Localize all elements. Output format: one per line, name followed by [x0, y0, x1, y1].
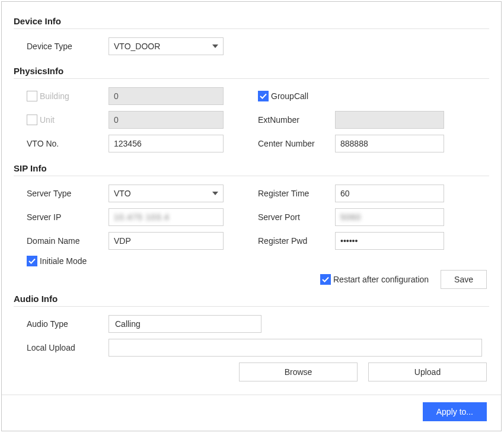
vto-no-label: VTO No.: [27, 139, 109, 148]
domain-name-input[interactable]: [109, 232, 224, 250]
register-pwd-label: Register Pwd: [258, 236, 335, 246]
unit-checkbox[interactable]: [27, 115, 37, 125]
vto-no-input[interactable]: [109, 135, 224, 152]
device-type-select[interactable]: VTO_DOOR: [109, 37, 224, 55]
groupcall-checkbox[interactable]: [258, 91, 269, 101]
server-type-select[interactable]: VTO: [109, 185, 224, 202]
initiale-mode-checkbox[interactable]: [27, 256, 37, 266]
audio-type-label: Audio Type: [27, 319, 109, 329]
server-port-value: 5060: [340, 212, 361, 222]
extnumber-label: ExtNumber: [258, 115, 335, 125]
server-ip-label: Server IP: [27, 212, 109, 222]
domain-name-label: Domain Name: [27, 236, 109, 246]
register-time-label: Register Time: [258, 189, 335, 198]
audio-type-select[interactable]: Calling: [109, 315, 261, 333]
unit-input: [109, 111, 224, 129]
sip-info-title: SIP Info: [14, 163, 489, 173]
restart-label: Restart after configuration: [333, 275, 429, 284]
local-upload-label: Local Upload: [27, 343, 109, 352]
local-upload-input[interactable]: [109, 339, 482, 357]
unit-label: Unit: [40, 115, 55, 125]
extnumber-input: [335, 111, 444, 129]
divider: [14, 306, 489, 307]
audio-type-value: Calling: [115, 319, 141, 329]
groupcall-label: GroupCall: [271, 91, 308, 101]
register-time-input[interactable]: [335, 185, 444, 202]
device-type-label: Device Type: [27, 42, 109, 51]
server-type-value: VTO: [114, 189, 131, 198]
divider: [14, 28, 489, 29]
device-config-panel: Device Info Device Type VTO_DOOR Physics…: [1, 1, 502, 431]
restart-checkbox[interactable]: [320, 274, 331, 285]
building-checkbox[interactable]: [27, 91, 37, 101]
device-type-value: VTO_DOOR: [114, 42, 160, 51]
caret-down-icon: [212, 192, 218, 195]
server-type-label: Server Type: [27, 189, 109, 198]
center-number-input[interactable]: [335, 135, 444, 152]
server-port-input[interactable]: 5060: [335, 208, 444, 226]
save-button[interactable]: Save: [441, 270, 487, 289]
building-label: Building: [40, 91, 69, 101]
divider: [14, 78, 489, 79]
divider: [2, 395, 501, 395]
initiale-mode-label: Initiale Mode: [40, 256, 87, 266]
server-port-label: Server Port: [258, 212, 335, 222]
caret-down-icon: [212, 44, 218, 48]
divider: [14, 176, 489, 176]
device-info-title: Device Info: [14, 16, 489, 26]
server-ip-input[interactable]: 10.475 103.4: [109, 208, 224, 226]
browse-button[interactable]: Browse: [239, 362, 358, 381]
upload-button[interactable]: Upload: [368, 362, 487, 381]
physics-info-title: PhysicsInfo: [14, 66, 489, 76]
center-number-label: Center Number: [258, 139, 335, 148]
register-pwd-input[interactable]: [335, 232, 444, 250]
building-input: [109, 87, 224, 105]
audio-info-title: Audio Info: [14, 294, 489, 304]
server-ip-value: 10.475 103.4: [114, 212, 170, 222]
apply-to-button[interactable]: Apply to...: [423, 402, 487, 421]
